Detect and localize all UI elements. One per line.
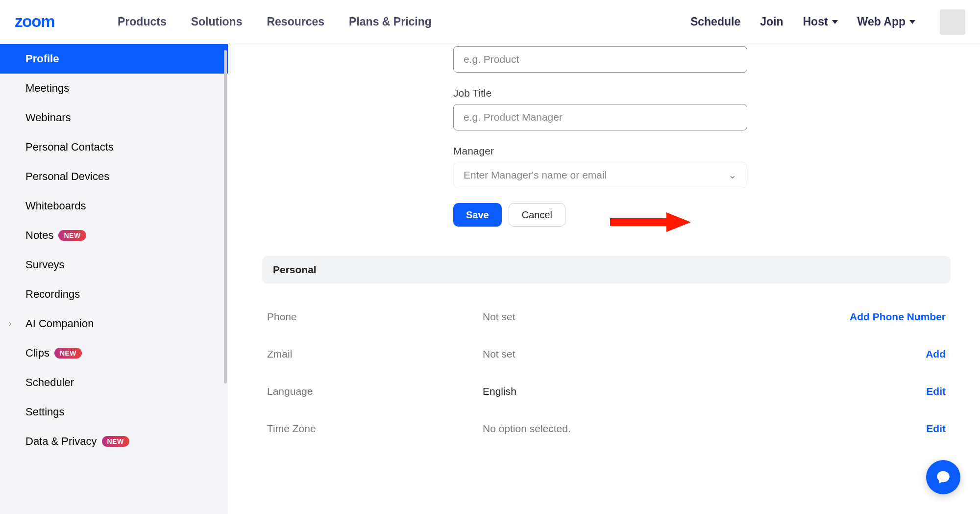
nav-plans-pricing[interactable]: Plans & Pricing <box>349 15 432 28</box>
edit-timezone-link[interactable]: Edit <box>818 423 946 435</box>
manager-dropdown[interactable]: Enter Manager's name or email ⌄ <box>453 162 747 188</box>
row-zmail: Zmail Not set Add <box>262 335 951 373</box>
manager-placeholder: Enter Manager's name or email <box>464 169 607 181</box>
new-badge: NEW <box>102 436 129 447</box>
sidebar-item-ai-companion[interactable]: › AI Companion <box>0 309 228 338</box>
sidebar-item-devices[interactable]: Personal Devices <box>0 162 228 191</box>
job-title-label: Job Title <box>453 87 951 99</box>
language-label: Language <box>267 386 483 397</box>
nav-solutions[interactable]: Solutions <box>191 15 243 28</box>
add-zmail-link[interactable]: Add <box>818 348 946 360</box>
chevron-down-icon <box>909 20 915 24</box>
svg-text:zoom: zoom <box>15 12 54 30</box>
scrollbar[interactable] <box>224 44 228 514</box>
sidebar-item-whiteboards[interactable]: Whiteboards <box>0 191 228 221</box>
timezone-value: No option selected. <box>483 423 818 435</box>
primary-nav: Products Solutions Resources Plans & Pri… <box>118 15 432 28</box>
nav-join[interactable]: Join <box>760 15 783 28</box>
row-timezone: Time Zone No option selected. Edit <box>262 410 951 447</box>
sidebar-item-scheduler[interactable]: Scheduler <box>0 368 228 397</box>
sidebar-item-label: Notes <box>25 229 53 242</box>
sidebar-item-meetings[interactable]: Meetings <box>0 74 228 103</box>
main-content: Department Job Title Manager Enter Manag… <box>228 44 980 514</box>
zmail-label: Zmail <box>267 348 483 360</box>
sidebar-item-notes[interactable]: Notes NEW <box>0 221 228 250</box>
nav-resources[interactable]: Resources <box>267 15 324 28</box>
nav-products[interactable]: Products <box>118 15 167 28</box>
sidebar-item-recordings[interactable]: Recordings <box>0 280 228 309</box>
cancel-button[interactable]: Cancel <box>509 203 565 227</box>
add-phone-number-link[interactable]: Add Phone Number <box>818 311 946 323</box>
zmail-value: Not set <box>483 348 818 360</box>
sidebar-item-clips[interactable]: Clips NEW <box>0 338 228 368</box>
job-title-input[interactable] <box>453 104 747 130</box>
phone-value: Not set <box>483 311 818 323</box>
sidebar-item-data-privacy[interactable]: Data & Privacy NEW <box>0 427 228 456</box>
save-button[interactable]: Save <box>453 203 502 227</box>
avatar[interactable] <box>940 9 965 35</box>
new-badge: NEW <box>58 230 86 241</box>
row-language: Language English Edit <box>262 373 951 410</box>
nav-web-app[interactable]: Web App <box>858 15 915 28</box>
phone-label: Phone <box>267 311 483 323</box>
nav-schedule[interactable]: Schedule <box>690 15 740 28</box>
chat-icon <box>935 469 952 486</box>
sidebar-item-label: Data & Privacy <box>25 435 97 448</box>
manager-label: Manager <box>453 145 951 157</box>
sidebar-item-settings[interactable]: Settings <box>0 397 228 427</box>
top-header: zoom Products Solutions Resources Plans … <box>0 0 980 44</box>
sidebar-item-webinars[interactable]: Webinars <box>0 103 228 132</box>
chevron-down-icon <box>832 20 838 24</box>
sidebar-item-profile[interactable]: Profile <box>0 44 228 74</box>
chevron-down-icon: ⌄ <box>728 169 737 181</box>
nav-right: Schedule Join Host Web App <box>690 9 965 35</box>
personal-section-header: Personal <box>262 256 951 283</box>
sidebar-item-label: AI Companion <box>25 317 94 330</box>
nav-host[interactable]: Host <box>803 15 837 28</box>
sidebar-item-contacts[interactable]: Personal Contacts <box>0 132 228 162</box>
sidebar-item-label: Clips <box>25 347 49 360</box>
chat-fab[interactable] <box>926 460 960 494</box>
sidebar: Profile Meetings Webinars Personal Conta… <box>0 44 228 514</box>
zoom-logo[interactable]: zoom <box>15 12 98 32</box>
chevron-right-icon: › <box>9 319 12 329</box>
row-phone: Phone Not set Add Phone Number <box>262 298 951 335</box>
department-input[interactable] <box>453 46 747 73</box>
timezone-label: Time Zone <box>267 423 483 435</box>
edit-language-link[interactable]: Edit <box>818 386 946 397</box>
sidebar-item-surveys[interactable]: Surveys <box>0 250 228 280</box>
new-badge: NEW <box>54 348 82 359</box>
language-value: English <box>483 386 818 397</box>
